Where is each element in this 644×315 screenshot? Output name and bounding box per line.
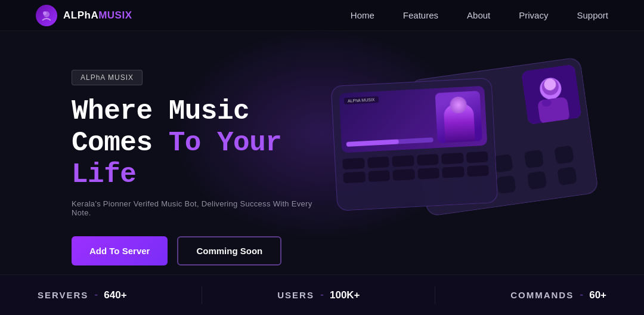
control-grid xyxy=(342,152,489,184)
stat-servers-value: 640+ xyxy=(104,289,126,301)
grid-dot xyxy=(494,154,514,173)
brand-musix: MUSIX xyxy=(98,10,132,21)
stat-users-label: USERS xyxy=(277,290,314,300)
stat-users-value: 100K+ xyxy=(330,289,360,301)
coming-soon-button[interactable]: Comming Soon xyxy=(177,236,281,265)
nav-links: Home Features About Privacy Support xyxy=(351,10,608,21)
hero-content: ALPhA MUSIX Where Music Comes To Your Li… xyxy=(72,64,322,265)
avatar-figure xyxy=(435,91,482,143)
nav-item-features[interactable]: Features xyxy=(403,10,438,21)
control-dot xyxy=(467,165,489,177)
control-dot xyxy=(368,170,390,182)
stat-servers-label: SERVERS xyxy=(38,290,88,300)
stat-commands-dash: - xyxy=(580,289,583,301)
device-back-avatar xyxy=(521,64,582,125)
control-dot xyxy=(441,153,463,165)
brand-alpha: ALPhA xyxy=(63,10,98,21)
control-dot xyxy=(417,168,439,180)
grid-dot xyxy=(527,171,547,190)
grid-dot xyxy=(524,150,544,169)
logo-icon xyxy=(36,5,57,26)
nav-item-home[interactable]: Home xyxy=(351,10,374,21)
stat-divider-1 xyxy=(202,286,202,304)
hero-title-line1: Where Music xyxy=(72,96,249,127)
add-to-server-button[interactable]: Add To Server xyxy=(72,236,168,265)
device-card-front: ALPhA MUSIX xyxy=(331,78,499,211)
control-dot xyxy=(466,152,488,163)
device-screen: ALPhA MUSIX xyxy=(339,86,487,153)
stat-users: USERS - 100K+ xyxy=(277,289,360,301)
hero-title: Where Music Comes To Your Life xyxy=(72,96,322,191)
nav-item-privacy[interactable]: Privacy xyxy=(519,10,548,21)
stat-servers: SERVERS - 640+ xyxy=(38,289,127,301)
hero-buttons: Add To Server Comming Soon xyxy=(72,236,322,265)
stat-servers-dash: - xyxy=(94,289,98,301)
hero-badge: ALPhA MUSIX xyxy=(72,70,143,85)
nav-item-about[interactable]: About xyxy=(467,10,490,21)
logo[interactable]: ALPhAMUSIX xyxy=(36,5,132,26)
control-dot xyxy=(342,158,364,169)
control-dot xyxy=(392,169,414,181)
grid-dot xyxy=(557,166,577,186)
stat-commands-label: COMMANDS xyxy=(510,290,574,300)
stat-divider-2 xyxy=(435,286,435,304)
hero-subtitle: Kerala's Pionner Verifed Music Bot, Deli… xyxy=(72,199,322,217)
hero-title-line2-plain: Comes xyxy=(72,128,169,159)
screen-avatar xyxy=(435,91,482,143)
svg-point-1 xyxy=(43,11,47,15)
progress-bar xyxy=(346,137,434,147)
navbar: ALPhAMUSIX Home Features About Privacy S… xyxy=(0,0,644,31)
stat-commands-value: 60+ xyxy=(589,289,606,301)
grid-dot xyxy=(554,146,574,165)
stat-users-dash: - xyxy=(320,289,324,301)
hero-illustration: ALPhA MUSIX xyxy=(322,64,572,255)
grid-dot xyxy=(497,175,517,194)
control-dot xyxy=(343,171,365,183)
control-dot xyxy=(392,155,414,167)
control-dot xyxy=(367,156,389,168)
nav-item-support[interactable]: Support xyxy=(577,10,608,21)
stat-commands: COMMANDS - 60+ xyxy=(510,289,606,301)
stats-bar: SERVERS - 640+ USERS - 100K+ COMMANDS - … xyxy=(0,274,644,315)
hero-section: ALPhA MUSIX Where Music Comes To Your Li… xyxy=(0,31,644,274)
control-dot xyxy=(416,154,438,166)
screen-label: ALPhA MUSIX xyxy=(344,96,379,104)
control-dot xyxy=(442,166,464,178)
svg-rect-6 xyxy=(537,97,570,125)
